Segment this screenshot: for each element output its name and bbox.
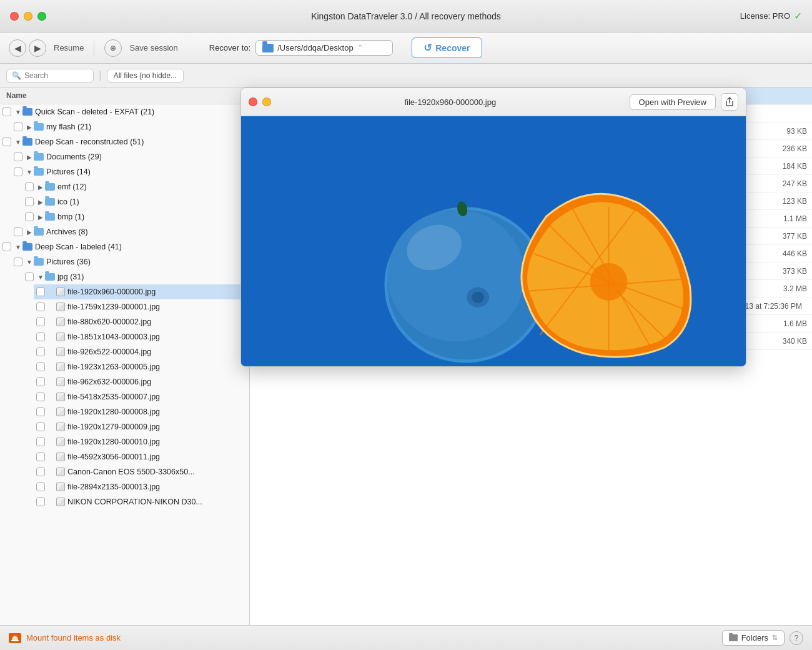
tree-item-pictures[interactable]: ▼ Pictures (14) <box>11 164 249 179</box>
tree-item-file12[interactable]: file-4592x3056-000011.jpg <box>34 449 249 464</box>
save-session-icon[interactable]: ⊕ <box>104 39 122 57</box>
tree-item-file7[interactable]: file-962x632-000006.jpg <box>34 374 249 389</box>
tree-item-file3[interactable]: file-880x620-000002.jpg <box>34 314 249 329</box>
folder-icon-pictures2 <box>34 258 44 266</box>
disclosure-emf[interactable]: ▶ <box>36 182 45 191</box>
tree-item-ico[interactable]: ▶ ico (1) <box>22 194 249 209</box>
checkbox-bmp[interactable] <box>25 212 34 221</box>
disclosure-jpg[interactable]: ▼ <box>36 272 45 281</box>
tree-item-bmp[interactable]: ▶ bmp (1) <box>22 209 249 224</box>
checkbox-documents[interactable] <box>14 152 22 161</box>
filter-button[interactable]: All files (no hidde... <box>107 69 184 82</box>
minimize-button[interactable] <box>24 12 32 21</box>
tree-item-file15[interactable]: NIKON CORPORATION-NIKON D30... <box>34 494 249 509</box>
checkbox-deep-scan[interactable] <box>2 138 11 146</box>
tree-item-file11[interactable]: file-1920x1280-000010.jpg <box>34 434 249 449</box>
disclosure-my-flash[interactable]: ▶ <box>25 122 34 131</box>
checkbox-file12[interactable] <box>36 452 45 461</box>
svg-point-3 <box>387 209 524 341</box>
checkbox-file10[interactable] <box>36 422 45 431</box>
checkbox-file11[interactable] <box>36 438 45 446</box>
folder-icon-deep-scan-labeled <box>22 243 32 251</box>
tree-item-pictures2[interactable]: ▼ Pictures (36) <box>11 254 249 269</box>
recover-path-selector[interactable]: /Users/ddqa/Desktop ⌃ <box>255 40 393 56</box>
folders-label: Folders <box>741 633 768 642</box>
recover-button[interactable]: ↺ Recover <box>412 38 482 58</box>
tree-item-emf[interactable]: ▶ emf (12) <box>22 179 249 194</box>
tree-item-file9[interactable]: file-1920x1280-000008.jpg <box>34 404 249 419</box>
tree-item-file8[interactable]: file-5418x2535-000007.jpg <box>34 389 249 404</box>
tree-item-file10[interactable]: file-1920x1279-000009.jpg <box>34 419 249 434</box>
share-button[interactable] <box>721 93 738 111</box>
checkbox-file2[interactable] <box>36 302 45 311</box>
forward-button[interactable]: ▶ <box>29 39 46 57</box>
recover-to-label: Recover to: <box>209 43 250 52</box>
open-with-preview-button[interactable]: Open with Preview <box>630 94 716 110</box>
checkbox-deep-scan-labeled[interactable] <box>2 242 11 251</box>
checkbox-ico[interactable] <box>25 198 34 206</box>
label-archives: Archives (8) <box>46 228 88 236</box>
disclosure-archives[interactable]: ▶ <box>25 228 34 236</box>
back-button[interactable]: ◀ <box>9 39 26 57</box>
checkbox-file8[interactable] <box>36 392 45 401</box>
titlebar: Kingston DataTraveler 3.0 / All recovery… <box>0 0 812 32</box>
checkbox-my-flash[interactable] <box>14 122 22 131</box>
tree-header: Name <box>0 88 249 104</box>
tree-item-file5[interactable]: file-926x522-000004.jpg <box>34 344 249 359</box>
checkbox-file6[interactable] <box>36 362 45 371</box>
checkbox-file3[interactable] <box>36 318 45 326</box>
tree-item-jpg[interactable]: ▼ jpg (31) <box>22 269 249 284</box>
help-button[interactable]: ? <box>790 631 803 645</box>
disclosure-quick-scan[interactable]: ▼ <box>14 108 22 116</box>
checkbox-pictures2[interactable] <box>14 258 22 266</box>
folders-dropdown-button[interactable]: Folders ⇅ <box>722 630 785 646</box>
tree-item-quick-scan[interactable]: ▼ Quick Scan - deleted - EXFAT (21) <box>0 104 249 119</box>
preview-min-button[interactable] <box>262 98 271 106</box>
tree-item-archives[interactable]: ▶ Archives (8) <box>11 224 249 239</box>
checkbox-file15[interactable] <box>36 498 45 506</box>
mount-disk-button[interactable]: Mount found items as disk <box>9 633 121 643</box>
tree-item-file1[interactable]: file-1920x960-000000.jpg <box>34 284 249 299</box>
checkbox-file4[interactable] <box>36 332 45 341</box>
tree-item-file4[interactable]: file-1851x1043-000003.jpg <box>34 329 249 344</box>
size-5: 184 KB <box>757 162 807 171</box>
checkbox-file9[interactable] <box>36 408 45 416</box>
toolbar: ◀ ▶ Resume ⊕ Save session Recover to: /U… <box>0 32 812 64</box>
maximize-button[interactable] <box>37 12 46 21</box>
file-icon-file15 <box>56 498 65 506</box>
tree-item-deep-scan-labeled[interactable]: ▼ Deep Scan - labeled (41) <box>0 239 249 254</box>
disclosure-ico[interactable]: ▶ <box>36 198 45 206</box>
file-icon-file14 <box>56 482 65 491</box>
checkbox-file7[interactable] <box>36 378 45 386</box>
file-icon-file10 <box>56 422 65 431</box>
checkbox-file13[interactable] <box>36 468 45 476</box>
search-input[interactable] <box>24 71 81 80</box>
tree-item-deep-scan[interactable]: ▼ Deep Scan - reconstructed (51) <box>0 134 249 149</box>
checkbox-quick-scan[interactable] <box>2 108 11 116</box>
checkbox-file1[interactable] <box>36 288 45 296</box>
label-documents: Documents (29) <box>46 152 102 161</box>
disclosure-pictures2[interactable]: ▼ <box>25 258 34 266</box>
disclosure-pictures[interactable]: ▼ <box>25 168 34 176</box>
disclosure-documents[interactable]: ▶ <box>25 152 34 161</box>
tree-item-file13[interactable]: Canon-Canon EOS 550D-3306x50... <box>34 464 249 479</box>
tree-item-documents[interactable]: ▶ Documents (29) <box>11 149 249 164</box>
preview-close-button[interactable] <box>249 98 257 106</box>
tree-item-file6[interactable]: file-1923x1263-000005.jpg <box>34 359 249 374</box>
license-info: License: PRO ✓ <box>740 10 802 22</box>
file-icon-file1 <box>56 288 65 296</box>
disclosure-deep-scan[interactable]: ▼ <box>14 138 22 146</box>
checkbox-file5[interactable] <box>36 348 45 356</box>
disclosure-deep-scan-labeled[interactable]: ▼ <box>14 242 22 251</box>
checkbox-jpg[interactable] <box>25 272 34 281</box>
checkbox-file14[interactable] <box>36 482 45 491</box>
checkbox-pictures[interactable] <box>14 168 22 176</box>
checkbox-emf[interactable] <box>25 182 34 191</box>
close-button[interactable] <box>10 12 19 21</box>
tree-item-file2[interactable]: file-1759x1239-000001.jpg <box>34 299 249 314</box>
checkbox-archives[interactable] <box>14 228 22 236</box>
tree-item-file14[interactable]: file-2894x2135-000013.jpg <box>34 479 249 494</box>
folder-icon-documents <box>34 153 44 161</box>
disclosure-bmp[interactable]: ▶ <box>36 212 45 221</box>
tree-item-my-flash[interactable]: ▶ my flash (21) <box>11 119 249 134</box>
